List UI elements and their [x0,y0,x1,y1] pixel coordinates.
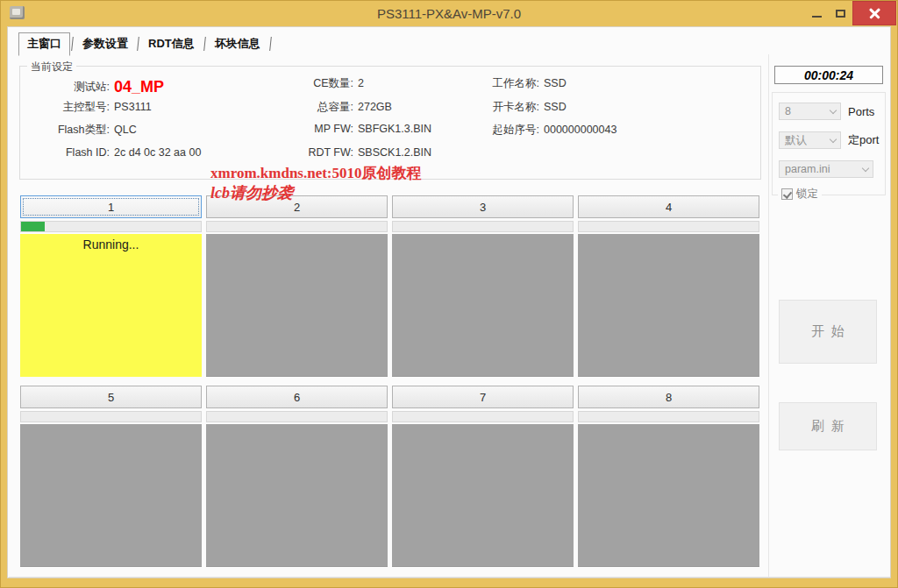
port-mode-row: 默认 定port [779,131,879,149]
tab-parameter-settings[interactable]: 参数设置 [75,33,136,55]
lock-row: 锁定 [778,187,822,202]
port-mode-value: 默认 [785,133,807,148]
field-value: 272GB [358,101,392,113]
param-file-value: param.ini [785,163,830,175]
app-window: { "window": { "title": "PS3111-PX&Av-MP-… [0,0,898,588]
client-area: 主窗口 参数设置 RDT信息 坏块信息 当前设定 测试站: 04_MP 主控型号… [7,26,891,578]
field-controller-model: 主控型号: PS3111 [25,100,255,124]
port-tile-4: 4 [578,195,759,377]
lock-checkbox[interactable] [781,188,793,200]
ports-count-dropdown[interactable]: 8 [779,103,841,120]
port-3-progressbar [392,221,574,232]
port-7-button[interactable]: 7 [392,386,574,408]
port-8-button[interactable]: 8 [578,386,759,408]
port-3-status-panel [392,234,574,377]
param-file-row: param.ini [779,160,873,178]
port-4-status-panel [578,234,759,377]
current-settings-group: 当前设定 测试站: 04_MP 主控型号: PS3111 Flash类型: QL… [19,66,761,180]
port-tile-2: 2 [206,195,388,377]
port-6-status-panel [206,424,388,567]
port-tile-3: 3 [392,195,574,377]
port-5-progressbar [20,411,202,422]
field-value: SBSCK1.2.BIN [358,146,431,159]
start-button[interactable]: 开始 [779,300,877,364]
settings-column-1: 测试站: 04_MP 主控型号: PS3111 Flash类型: QLC Fla… [25,76,255,169]
maximize-button[interactable] [829,1,852,25]
field-flash-type: Flash类型: QLC [25,123,255,146]
tab-separator [137,37,139,51]
port-1-progressbar [20,221,202,232]
ports-count-value: 8 [785,105,791,117]
minimize-icon [812,16,822,18]
port-4-button[interactable]: 4 [578,195,759,218]
field-label: 主控型号: [25,100,110,115]
port-6-button[interactable]: 6 [206,386,388,408]
port-7-progressbar [392,411,574,422]
field-total-capacity: 总容量: 272GB [264,100,480,124]
field-label: 起始序号: [476,123,539,138]
field-value: SBFGK1.3.BIN [358,123,431,135]
port-1-progress-fill [21,222,45,231]
param-file-dropdown[interactable]: param.ini [779,160,873,178]
ports-count-label: Ports [848,105,874,118]
field-label: CE数量: [264,76,353,91]
tab-separator [269,37,272,51]
port-7-status-panel [392,424,574,567]
port-5-status-panel [20,424,202,567]
field-label: Flash ID: [25,146,110,159]
chevron-down-icon [830,106,837,113]
minimize-button[interactable] [805,1,829,25]
test-station-value: 04_MP [114,78,164,96]
chevron-down-icon [830,135,837,142]
field-value: 2c d4 0c 32 aa 00 [114,146,201,159]
field-value: 2 [358,77,364,89]
ports-count-row: 8 Ports [779,103,874,120]
field-mp-fw: MP FW: SBFGK1.3.BIN [264,123,480,146]
chevron-down-icon [862,164,869,171]
port-2-progressbar [206,221,388,232]
ports-grid: 1 Running... 2 3 4 [20,195,759,567]
close-icon [869,8,880,19]
refresh-button[interactable]: 刷新 [779,402,877,450]
port-2-button[interactable]: 2 [206,195,388,218]
panel-divider [768,54,769,577]
port-1-status-panel: Running... [20,234,202,377]
field-card-name: 开卡名称: SSD [476,100,739,124]
field-label: MP FW: [264,123,353,135]
lock-label: 锁定 [796,187,818,202]
tab-separator [71,37,74,51]
field-ce-count: CE数量: 2 [264,76,480,100]
port-8-status-panel [578,424,759,567]
field-value: 000000000043 [544,124,616,136]
field-test-station: 测试站: 04_MP [25,76,255,100]
tab-bad-block-info[interactable]: 坏块信息 [207,33,268,55]
port-4-progressbar [578,221,759,232]
field-start-serial: 起始序号: 000000000043 [476,123,739,146]
bottom-divider [9,577,890,577]
tab-main-window[interactable]: 主窗口 [18,32,70,56]
port-tile-8: 8 [578,386,759,567]
port-5-button[interactable]: 5 [20,386,202,408]
field-label: 工作名称: [476,76,539,91]
field-value: PS3111 [114,101,152,113]
port-tile-6: 6 [206,386,388,567]
tab-rdt-info[interactable]: RDT信息 [140,33,203,55]
close-button[interactable] [852,1,896,25]
port-3-button[interactable]: 3 [392,195,574,218]
field-label: RDT FW: [264,146,353,159]
field-job-name: 工作名称: SSD [476,76,739,100]
settings-column-3: 工作名称: SSD 开卡名称: SSD 起始序号: 000000000043 [476,76,739,146]
window-title: PS3111-PX&Av-MP-v7.0 [1,1,897,26]
checkmark-icon [782,189,791,199]
port-tile-7: 7 [392,386,574,567]
settings-column-2: CE数量: 2 总容量: 272GB MP FW: SBFGK1.3.BIN R… [264,76,480,169]
port-tile-5: 5 [20,386,202,567]
tab-separator [203,37,206,51]
port-mode-dropdown[interactable]: 默认 [779,131,841,149]
port-2-status-panel [206,234,388,377]
field-label: 测试站: [25,80,110,95]
field-label: Flash类型: [25,123,110,138]
port-options-group: 8 Ports 默认 定port param.ini 锁定 [772,92,886,195]
field-rdt-fw: RDT FW: SBSCK1.2.BIN [264,146,480,170]
port-1-button[interactable]: 1 [20,195,202,218]
